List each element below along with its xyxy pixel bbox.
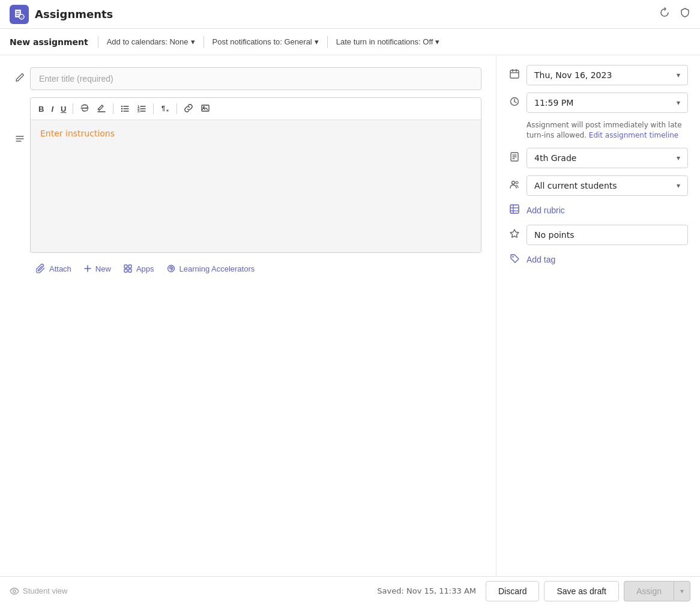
due-date-chevron-icon: ▾ (677, 71, 680, 79)
paragraph-style-button[interactable]: ¶ (157, 102, 173, 116)
paperclip-icon (36, 264, 46, 273)
toolbar-bar: New assignment Add to calendars: None ▾ … (0, 29, 700, 55)
assign-chevron-button[interactable]: ▾ (674, 581, 690, 601)
due-date-dropdown[interactable]: Thu, Nov 16, 2023 ▾ (527, 65, 688, 85)
svg-line-43 (514, 102, 516, 103)
student-view-label: Student view (23, 586, 67, 595)
add-tag-button[interactable]: Add tag (527, 252, 555, 267)
bold-button[interactable]: B (35, 103, 47, 115)
tag-icon (508, 253, 520, 266)
svg-rect-37 (510, 70, 519, 78)
add-rubric-button[interactable]: Add rubric (527, 203, 565, 217)
title-input[interactable] (30, 67, 481, 90)
star-icon (508, 228, 520, 242)
due-time-row: 11:59 PM ▾ (508, 93, 688, 113)
discard-button[interactable]: Discard (486, 581, 539, 601)
image-icon (201, 103, 210, 113)
refresh-button[interactable] (659, 7, 670, 21)
highlight-icon (97, 103, 106, 113)
editor-container: B I U (30, 97, 481, 253)
grade-label: 4th Grade (534, 153, 576, 163)
strikethrough-icon (80, 103, 89, 113)
editor-toolbar: B I U (31, 98, 481, 120)
calendar-icon (508, 68, 520, 82)
late-turn-in-button[interactable]: Late turn in notifications: Off ▾ (330, 35, 446, 49)
bullet-list-icon (120, 103, 130, 113)
svg-point-15 (121, 111, 122, 112)
svg-text:✓: ✓ (20, 15, 23, 19)
attach-button[interactable]: Attach (30, 260, 77, 277)
svg-rect-2 (16, 13, 20, 14)
svg-rect-50 (510, 205, 519, 213)
learning-accelerators-label: Learning Accelerators (180, 264, 255, 273)
list-icon (14, 133, 25, 147)
svg-point-48 (512, 181, 515, 184)
edit-icon (14, 72, 25, 85)
due-time-chevron-icon: ▾ (677, 99, 680, 107)
add-to-calendars-label: Add to calendars: None (107, 37, 189, 46)
shield-icon (680, 7, 690, 18)
footer: Student view Saved: Nov 15, 11:33 AM Dis… (0, 576, 700, 605)
editor-body[interactable]: Enter instructions (31, 120, 481, 252)
link-button[interactable] (181, 102, 196, 116)
link-icon (184, 103, 193, 113)
add-tag-row: Add tag (508, 252, 688, 267)
saved-status: Saved: Nov 15, 11:33 AM (377, 586, 476, 595)
students-dropdown[interactable]: All current students ▾ (527, 175, 688, 196)
apps-button[interactable]: Apps (117, 260, 160, 277)
svg-rect-33 (124, 269, 127, 272)
post-notifications-button[interactable]: Post notifications to: General ▾ (207, 35, 325, 49)
underline-button[interactable]: U (58, 103, 69, 115)
grade-dropdown[interactable]: 4th Grade ▾ (527, 148, 688, 168)
svg-point-49 (516, 181, 518, 184)
assign-chevron-icon: ▾ (680, 587, 684, 595)
bullet-list-button[interactable] (117, 102, 133, 116)
svg-point-28 (204, 106, 205, 108)
app-icon: ✓ (10, 5, 29, 24)
clock-icon (508, 96, 520, 109)
content-area: B I U (14, 67, 481, 564)
italic-button[interactable]: I (48, 103, 56, 115)
points-row: No points (508, 225, 688, 245)
students-label: All current students (534, 181, 617, 190)
save-draft-button[interactable]: Save as draft (544, 581, 619, 601)
rubric-icon (508, 204, 520, 217)
late-turn-in-label: Late turn in notifications: Off (336, 37, 433, 46)
due-time-label: 11:59 PM (534, 98, 573, 108)
due-date-row: Thu, Nov 16, 2023 ▾ (508, 65, 688, 85)
left-icons-col (14, 67, 25, 564)
eye-icon (10, 586, 19, 596)
image-button[interactable] (198, 102, 213, 116)
assignment-info: Assignment will post immediately with la… (527, 120, 688, 141)
numbered-list-button[interactable]: 1. 2. 3. (134, 102, 149, 116)
left-panel: B I U (0, 55, 496, 576)
post-notifications-label: Post notifications to: General (213, 37, 312, 46)
editor-placeholder: Enter instructions (40, 129, 115, 138)
strikethrough-button[interactable] (77, 102, 92, 116)
student-view-button[interactable]: Student view (10, 586, 67, 596)
points-dropdown[interactable]: No points (527, 225, 688, 245)
learning-accelerators-icon (166, 264, 176, 273)
svg-rect-34 (128, 269, 131, 272)
due-time-dropdown[interactable]: 11:59 PM ▾ (527, 93, 688, 113)
edit-timeline-link[interactable]: Edit assignment timeline (589, 131, 678, 139)
svg-text:3.: 3. (137, 109, 140, 113)
points-label: No points (534, 230, 575, 240)
highlight-button[interactable] (94, 102, 109, 116)
attach-label: Attach (49, 264, 71, 273)
svg-rect-1 (16, 11, 20, 12)
new-button[interactable]: New (77, 261, 117, 277)
add-rubric-row: Add rubric (508, 203, 688, 217)
shield-button[interactable] (680, 7, 690, 21)
paragraph-style-icon: ¶ (160, 103, 170, 113)
assign-group: Assign ▾ (624, 581, 690, 601)
assign-button[interactable]: Assign (624, 581, 674, 601)
svg-rect-3 (16, 15, 19, 16)
grade-chevron-icon: ▾ (677, 154, 680, 162)
apps-label: Apps (136, 264, 154, 273)
learning-accelerators-button[interactable]: Learning Accelerators (160, 260, 261, 277)
numbered-list-icon: 1. 2. 3. (137, 103, 146, 113)
apps-icon (123, 264, 133, 273)
add-to-calendars-button[interactable]: Add to calendars: None ▾ (101, 35, 201, 49)
main-content: B I U (0, 55, 700, 576)
